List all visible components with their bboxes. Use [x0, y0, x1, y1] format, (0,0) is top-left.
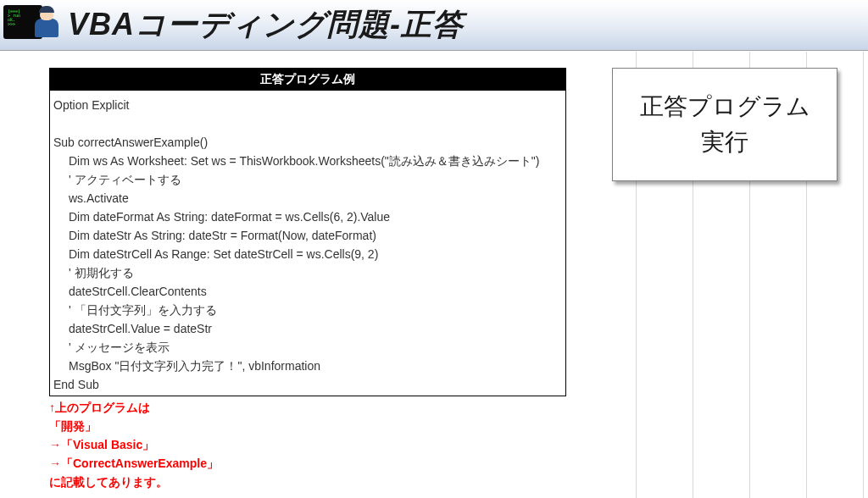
- note-block: ↑上のプログラムは「開発」→「Visual Basic」→「CorrectAns…: [49, 398, 868, 491]
- content-area: 正答プログラム例 Option Explicit Sub correctAnsw…: [0, 51, 868, 491]
- code-line: Dim dateStrCell As Range: Set dateStrCel…: [53, 245, 562, 263]
- code-line: MsgBox "日付文字列入力完了！", vbInformation: [53, 357, 562, 375]
- code-line: Sub correctAnswerExample(): [53, 133, 562, 152]
- code-box-body: Option Explicit Sub correctAnswerExample…: [50, 91, 565, 396]
- code-line: Option Explicit: [53, 96, 562, 114]
- code-line: Dim ws As Worksheet: Set ws = ThisWorkbo…: [53, 152, 562, 170]
- note-line: ↑上のプログラムは: [49, 398, 868, 417]
- run-answer-button[interactable]: 正答プログラム 実行: [612, 68, 837, 181]
- code-line: dateStrCell.Value = dateStr: [53, 319, 562, 338]
- note-line: 「開発」: [49, 417, 868, 435]
- page-title: VBAコーディング問題-正答: [68, 4, 464, 46]
- code-line: ws.Activate: [53, 189, 562, 208]
- page-header: [===]>_runok.>>> VBAコーディング問題-正答: [0, 0, 868, 51]
- person-icon: [32, 8, 61, 46]
- coder-icon: [===]>_runok.>>>: [3, 3, 64, 47]
- note-line: に記載してあります。: [49, 473, 868, 491]
- run-button-line2: 実行: [701, 125, 748, 160]
- code-line: ' 「日付文字列」を入力する: [53, 301, 562, 319]
- note-line: →「Visual Basic」: [49, 435, 868, 454]
- code-line: Dim dateStr As String: dateStr = Format(…: [53, 226, 562, 245]
- code-line: ' アクティベートする: [53, 170, 562, 189]
- code-line: End Sub: [53, 375, 562, 394]
- code-box-header: 正答プログラム例: [50, 69, 565, 91]
- code-line: [53, 114, 562, 133]
- code-line: dateStrCell.ClearContents: [53, 282, 562, 301]
- run-button-line1: 正答プログラム: [640, 89, 810, 125]
- note-line: →「CorrectAnswerExample」: [49, 454, 868, 473]
- code-line: ' メッセージを表示: [53, 338, 562, 357]
- code-line: ' 初期化する: [53, 263, 562, 282]
- code-box: 正答プログラム例 Option Explicit Sub correctAnsw…: [49, 68, 566, 396]
- code-line: Dim dateFormat As String: dateFormat = w…: [53, 208, 562, 226]
